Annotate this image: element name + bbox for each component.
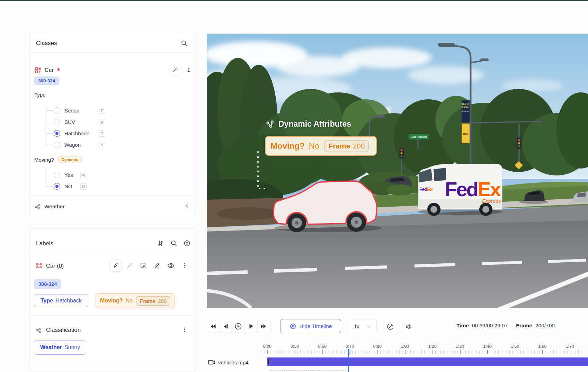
visibility-eye-icon[interactable]	[183, 239, 191, 247]
timeline-tick-label: 0:60	[318, 344, 327, 349]
overlay-frame-chip[interactable]: Frame 200	[324, 140, 369, 152]
timeline-tick	[377, 350, 378, 354]
timeline-tick	[526, 351, 526, 354]
select-box-tool-button[interactable]	[137, 259, 149, 272]
timeline-tick	[440, 351, 441, 354]
more-options-icon[interactable]	[178, 259, 191, 272]
chevron-down-icon	[366, 324, 372, 329]
frame-range-badge[interactable]: 300-324	[34, 279, 61, 289]
svg-text:University: University	[462, 110, 469, 112]
previous-frame-button[interactable]	[219, 320, 232, 333]
timeline-tick	[556, 351, 556, 354]
divider	[29, 52, 195, 53]
video-track-bar[interactable]	[267, 357, 588, 366]
timeline-tick	[548, 351, 548, 354]
timeline-tick	[311, 351, 312, 354]
type-attribute-chip[interactable]: Type Hatchback	[34, 294, 88, 307]
video-canvas[interactable]: Top 10 Public University UCI East Peltas…	[207, 34, 588, 308]
timeline-tick-label: 0:70	[346, 344, 354, 349]
hide-timeline-button[interactable]: Hide Timeline	[280, 319, 341, 333]
timeline-tick	[421, 351, 422, 354]
street-sign: East Peltason	[409, 134, 429, 139]
keyframe-dot	[328, 370, 329, 371]
moving-attribute-chip[interactable]: Moving? No Frame 200	[96, 293, 175, 308]
classes-panel: Classes Car ✱ 1 300-324	[29, 32, 195, 216]
timeline-tick	[273, 351, 273, 354]
timeline-tick-label: 0:50	[291, 344, 299, 349]
timeline-tick	[573, 351, 573, 354]
classification-row[interactable]: Classification	[36, 325, 81, 335]
radio-unselected[interactable]	[54, 107, 60, 114]
timeline-tick	[553, 351, 554, 354]
svg-text:East Peltason: East Peltason	[411, 135, 427, 138]
keyframe-dot	[332, 370, 333, 371]
sort-icon[interactable]	[157, 239, 164, 247]
weather-classification-chip[interactable]: Weather Sunny	[34, 340, 86, 355]
skip-to-start-button[interactable]	[206, 320, 219, 333]
keyframe-dot	[334, 370, 335, 371]
class-name: Car	[45, 67, 54, 73]
label-row-car[interactable]: Car (0)	[36, 261, 64, 271]
frame-chip[interactable]: Frame 200	[136, 296, 170, 306]
timeline-tick	[281, 351, 282, 354]
eye-off-icon	[289, 323, 296, 330]
radio-option-no[interactable]: NOO	[34, 181, 190, 192]
timeline-tick	[410, 351, 411, 354]
shortcut-key-badge: E	[99, 108, 105, 114]
radio-selected[interactable]	[54, 130, 60, 137]
eye-icon[interactable]	[164, 259, 177, 272]
app-window: Classes Car ✱ 1 300-324	[0, 0, 588, 372]
draw-tool-button[interactable]	[109, 259, 122, 272]
search-icon[interactable]	[170, 239, 178, 247]
frame-label: Frame	[516, 323, 532, 329]
timeline-tick	[276, 351, 276, 354]
class-row-car[interactable]: Car ✱	[35, 65, 60, 76]
skip-to-end-button[interactable]	[257, 320, 270, 333]
timeline-tick	[562, 351, 562, 354]
overlay-moving-value: No	[309, 141, 320, 151]
volume-button[interactable]	[402, 320, 416, 333]
radio-option-sedan[interactable]: SedanE	[34, 105, 190, 116]
timeline-tick-label: 0:00	[263, 344, 271, 349]
magic-wand-button[interactable]	[169, 64, 181, 75]
dynamic-attributes-box[interactable]: Moving? No Frame 200	[265, 136, 377, 156]
option-label: Yes	[64, 172, 80, 178]
radio-unselected[interactable]	[54, 142, 60, 148]
tree-stub	[46, 145, 53, 145]
shortcut-key-badge: Y	[99, 142, 105, 148]
radio-option-suv[interactable]: SUVR	[34, 116, 190, 128]
track-row-vehicles[interactable]: vehicles.mp4	[208, 359, 249, 366]
timeline-tick	[443, 351, 444, 354]
keyframe-dot	[288, 370, 289, 371]
radio-unselected[interactable]	[54, 119, 60, 125]
class-row-weather[interactable]: Weather	[35, 202, 64, 211]
radio-option-wagon[interactable]: WagonY	[34, 139, 190, 151]
timeline-tick	[408, 351, 408, 354]
magic-wand-tool-button[interactable]	[124, 259, 136, 272]
keyframe-dot	[271, 370, 272, 371]
keyframe-dot	[312, 370, 313, 371]
keyframe-dot	[297, 370, 298, 371]
radio-option-yes[interactable]: YesW	[34, 169, 190, 181]
timeline-tick	[540, 351, 540, 354]
frame-range-badge[interactable]: 300-324	[34, 76, 59, 85]
dynamic-attributes-title: Dynamic Attributes	[266, 119, 351, 129]
radio-option-hatchback[interactable]: HatchbackT	[34, 128, 190, 139]
label-name: Car (0)	[46, 263, 64, 269]
timeline-tick	[325, 351, 326, 354]
radio-selected[interactable]	[54, 183, 60, 190]
playback-speed-select[interactable]: 1x	[347, 319, 377, 333]
moving-label: Moving?	[34, 157, 54, 163]
more-options-icon[interactable]	[178, 324, 191, 336]
attribute-group-type: Type	[34, 92, 46, 98]
option-label: Hatchback	[64, 130, 99, 136]
play-button[interactable]	[232, 320, 245, 333]
timeline-tick	[504, 351, 504, 354]
next-frame-button[interactable]	[244, 320, 258, 333]
playhead-handle[interactable]	[348, 349, 349, 355]
timeline-tick	[317, 351, 317, 354]
compass-button[interactable]	[383, 320, 397, 333]
radio-unselected[interactable]	[54, 172, 60, 178]
edit-pencil-icon[interactable]	[151, 259, 163, 272]
search-icon[interactable]	[180, 39, 188, 47]
